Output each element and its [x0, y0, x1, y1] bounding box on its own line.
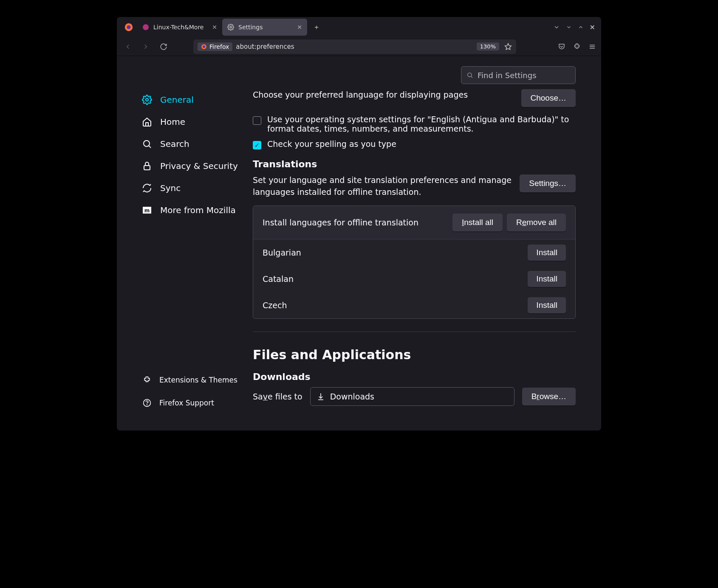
preferences-content: Find in Settings General Home [117, 56, 601, 430]
svg-point-2 [143, 24, 149, 30]
gear-icon [227, 24, 234, 31]
firefox-window: Linux-Tech&More ✕ Settings ✕ ＋ ✕ [117, 17, 601, 430]
save-files-to-label: Save files to [253, 392, 302, 401]
favicon-icon [142, 24, 149, 31]
tab-title: Linux-Tech&More [153, 24, 204, 31]
translation-language-item: Catalan Install [253, 266, 575, 292]
bookmark-star-icon[interactable] [503, 43, 514, 51]
remove-all-button[interactable]: Remove all [507, 214, 566, 231]
choose-language-button[interactable]: Choose… [521, 89, 576, 107]
firefox-icon [201, 44, 207, 50]
firefox-app-icon [120, 19, 137, 36]
settings-search-box[interactable]: Find in Settings [461, 66, 576, 84]
translations-box: Install languages for offline translatio… [253, 205, 576, 319]
checkbox-icon [253, 141, 261, 149]
application-menu-icon[interactable] [588, 43, 596, 51]
sidebar-bottom-label: Extensions & Themes [159, 376, 237, 384]
svg-point-19 [147, 405, 147, 405]
category-privacy[interactable]: Privacy & Security [138, 155, 249, 177]
download-icon [317, 392, 325, 401]
new-tab-button[interactable]: ＋ [310, 20, 323, 34]
svg-marker-6 [505, 43, 512, 49]
category-label: More from Mozilla [160, 205, 236, 215]
puzzle-icon [141, 374, 153, 385]
identity-box[interactable]: Firefox [198, 42, 232, 51]
minimize-button[interactable] [566, 24, 572, 30]
svg-point-1 [127, 25, 130, 29]
sync-icon [141, 183, 153, 194]
category-label: Sync [160, 183, 181, 193]
lock-icon [141, 160, 153, 172]
extensions-icon[interactable] [573, 43, 581, 51]
sidebar-firefox-support[interactable]: Firefox Support [138, 392, 249, 414]
section-separator [253, 332, 576, 332]
category-label: Home [160, 117, 185, 127]
translation-language-item: Czech Install [253, 292, 575, 318]
svg-point-5 [203, 45, 205, 48]
category-search[interactable]: Search [138, 133, 249, 155]
url-bar[interactable]: Firefox about:preferences 130% [193, 39, 516, 54]
browse-button[interactable]: Browse… [522, 388, 576, 405]
category-general[interactable]: General [138, 89, 249, 110]
category-more-mozilla[interactable]: m More from Mozilla [138, 200, 249, 221]
language-choose-prompt: Choose your preferred language for displ… [253, 89, 514, 101]
files-and-applications-heading: Files and Applications [253, 347, 576, 362]
main-pane: Choose your preferred language for displ… [249, 89, 576, 414]
identity-label: Firefox [209, 43, 229, 50]
category-label: Search [160, 139, 189, 149]
forward-button[interactable] [140, 41, 152, 53]
translation-language-item: Bulgarian Install [253, 239, 575, 266]
close-icon[interactable]: ✕ [212, 24, 217, 31]
settings-search-placeholder: Find in Settings [478, 71, 537, 80]
tab-settings[interactable]: Settings ✕ [222, 19, 307, 36]
reload-button[interactable] [158, 41, 170, 53]
language-name: Catalan [263, 274, 528, 284]
svg-rect-15 [144, 166, 150, 170]
question-icon [141, 397, 153, 408]
language-name: Czech [263, 301, 528, 310]
downloads-heading: Downloads [253, 371, 576, 382]
checkbox-label: Use your operating system settings for "… [267, 115, 576, 133]
svg-point-3 [230, 26, 232, 28]
category-sync[interactable]: Sync [138, 177, 249, 199]
translation-language-list[interactable]: Bulgarian Install Catalan Install Czech … [253, 239, 575, 318]
navigation-toolbar: Firefox about:preferences 130% [117, 37, 601, 56]
mozilla-icon: m [141, 205, 153, 216]
category-sidebar: General Home Search [138, 89, 249, 414]
back-button[interactable] [122, 41, 134, 53]
category-home[interactable]: Home [138, 111, 249, 132]
svg-point-10 [468, 73, 472, 77]
svg-point-13 [144, 141, 150, 146]
install-language-button[interactable]: Install [528, 245, 566, 261]
svg-line-11 [471, 76, 472, 78]
category-label: Privacy & Security [160, 161, 238, 171]
tab-linux-tech[interactable]: Linux-Tech&More ✕ [137, 19, 222, 36]
list-all-tabs-button[interactable] [553, 24, 560, 31]
close-icon[interactable]: ✕ [297, 24, 302, 31]
sidebar-bottom-label: Firefox Support [159, 399, 214, 407]
svg-line-14 [149, 146, 151, 148]
download-folder-field[interactable]: Downloads [310, 387, 514, 406]
install-language-button[interactable]: Install [528, 271, 566, 287]
close-window-button[interactable]: ✕ [590, 23, 595, 31]
zoom-indicator[interactable]: 130% [477, 42, 499, 51]
category-label: General [160, 95, 194, 105]
url-text: about:preferences [236, 43, 294, 51]
svg-text:m: m [144, 208, 150, 214]
translations-settings-button[interactable]: Settings… [520, 174, 576, 192]
offline-translation-label: Install languages for offline translatio… [263, 218, 448, 227]
svg-point-12 [146, 98, 148, 101]
checkbox-icon [253, 116, 261, 125]
tab-title: Settings [238, 24, 263, 31]
search-icon [466, 72, 473, 79]
install-all-button[interactable]: Install all [452, 214, 503, 231]
spellcheck-checkbox[interactable]: Check your spelling as you type [253, 139, 576, 149]
use-os-format-checkbox[interactable]: Use your operating system settings for "… [253, 115, 576, 133]
search-icon [141, 138, 153, 149]
download-folder-path: Downloads [330, 392, 374, 401]
save-to-pocket-icon[interactable] [558, 43, 565, 51]
install-language-button[interactable]: Install [528, 297, 566, 313]
home-icon [141, 116, 153, 127]
sidebar-extensions-themes[interactable]: Extensions & Themes [138, 369, 249, 391]
maximize-button[interactable] [578, 24, 584, 30]
